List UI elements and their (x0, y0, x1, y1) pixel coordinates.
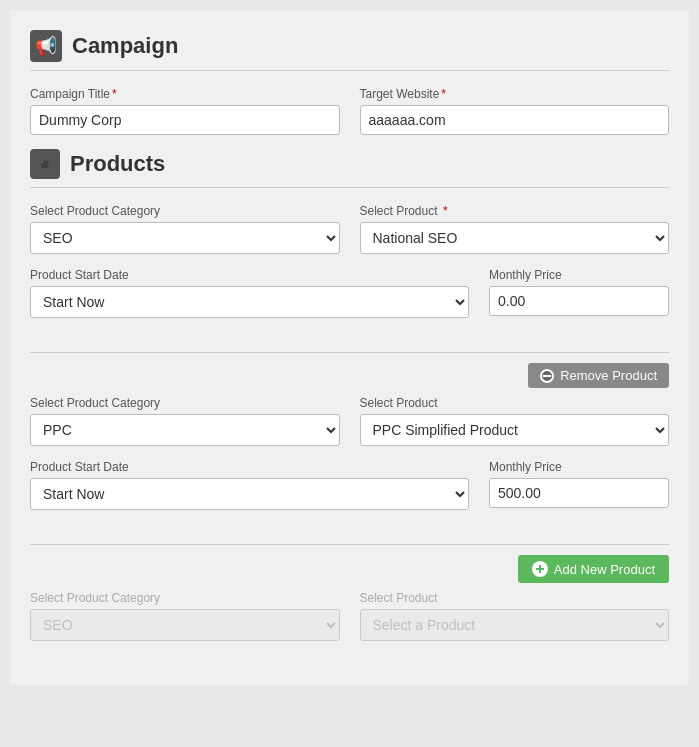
campaign-title-group: Campaign Title* (30, 87, 340, 135)
product-1-startdate-label: Product Start Date (30, 268, 469, 282)
products-icon: ◾ (30, 149, 60, 179)
target-website-group: Target Website* (360, 87, 670, 135)
remove-product-button[interactable]: Remove Product (528, 363, 669, 388)
product-1-product-label: Select Product * (360, 204, 670, 218)
product-1-price-label: Monthly Price (489, 268, 669, 282)
add-product-action-row: Add New Product (30, 555, 669, 583)
product-block-1: Select Product Category SEO PPC Social S… (30, 204, 669, 342)
products-title: Products (70, 151, 165, 177)
new-product-product-select[interactable]: Select a Product (360, 609, 670, 641)
target-website-label: Target Website* (360, 87, 670, 101)
campaign-title: Campaign (72, 33, 178, 59)
product-1-startdate-group: Product Start Date Start Now Custom Date (30, 268, 469, 318)
products-section-header: ◾ Products (30, 149, 669, 179)
product-1-product-group: Select Product * National SEO Local SEO (360, 204, 670, 254)
new-product-product-group: Select Product Select a Product (360, 591, 670, 641)
product-2-category-group: Select Product Category SEO PPC Social (30, 396, 340, 446)
page-container: 📢 Campaign Campaign Title* Target Websit… (10, 10, 689, 685)
product-1-category-group: Select Product Category SEO PPC Social (30, 204, 340, 254)
campaign-icon: 📢 (30, 30, 62, 62)
target-website-input[interactable] (360, 105, 670, 135)
product-2-price-label: Monthly Price (489, 460, 669, 474)
product-2-action-row: Remove Product (30, 363, 669, 388)
product-2-date-row: Product Start Date Start Now Custom Date… (30, 460, 669, 510)
product-2-product-group: Select Product PPC Simplified Product PP… (360, 396, 670, 446)
product-1-price-group: Monthly Price (489, 268, 669, 318)
products-divider (30, 187, 669, 188)
products-section: ◾ Products Select Product Category SEO P… (30, 149, 669, 665)
campaign-divider (30, 70, 669, 71)
product-2-category-label: Select Product Category (30, 396, 340, 410)
product-2-startdate-group: Product Start Date Start Now Custom Date (30, 460, 469, 510)
product-2-price-group: Monthly Price (489, 460, 669, 510)
campaign-title-label: Campaign Title* (30, 87, 340, 101)
product-1-startdate-select[interactable]: Start Now Custom Date (30, 286, 469, 318)
new-product-product-label: Select Product (360, 591, 670, 605)
product-block-2: Remove Product Select Product Category S… (30, 363, 669, 534)
campaign-title-input[interactable] (30, 105, 340, 135)
product-2-product-label: Select Product (360, 396, 670, 410)
campaign-fields-row: Campaign Title* Target Website* (30, 87, 669, 135)
plus-icon (532, 561, 548, 577)
product-1-category-row: Select Product Category SEO PPC Social S… (30, 204, 669, 254)
add-new-product-button[interactable]: Add New Product (518, 555, 669, 583)
minus-icon (540, 369, 554, 383)
new-product-category-label: Select Product Category (30, 591, 340, 605)
product-1-product-select[interactable]: National SEO Local SEO (360, 222, 670, 254)
new-product-category-select[interactable]: SEO (30, 609, 340, 641)
new-product-block: Select Product Category SEO Select Produ… (30, 591, 669, 665)
product-2-startdate-label: Product Start Date (30, 460, 469, 474)
product-1-category-label: Select Product Category (30, 204, 340, 218)
product-2-bottom-divider (30, 544, 669, 545)
new-product-category-row: Select Product Category SEO Select Produ… (30, 591, 669, 641)
product-2-category-row: Select Product Category SEO PPC Social S… (30, 396, 669, 446)
product-1-bottom-divider (30, 352, 669, 353)
product-2-startdate-select[interactable]: Start Now Custom Date (30, 478, 469, 510)
product-1-price-input[interactable] (489, 286, 669, 316)
product-2-product-select[interactable]: PPC Simplified Product PPC Advanced (360, 414, 670, 446)
product-1-date-row: Product Start Date Start Now Custom Date… (30, 268, 669, 318)
product-2-price-input[interactable] (489, 478, 669, 508)
new-product-category-group: Select Product Category SEO (30, 591, 340, 641)
product-2-category-select[interactable]: SEO PPC Social (30, 414, 340, 446)
add-new-product-label: Add New Product (554, 562, 655, 577)
remove-product-label: Remove Product (560, 368, 657, 383)
campaign-section-header: 📢 Campaign (30, 30, 669, 62)
product-1-category-select[interactable]: SEO PPC Social (30, 222, 340, 254)
